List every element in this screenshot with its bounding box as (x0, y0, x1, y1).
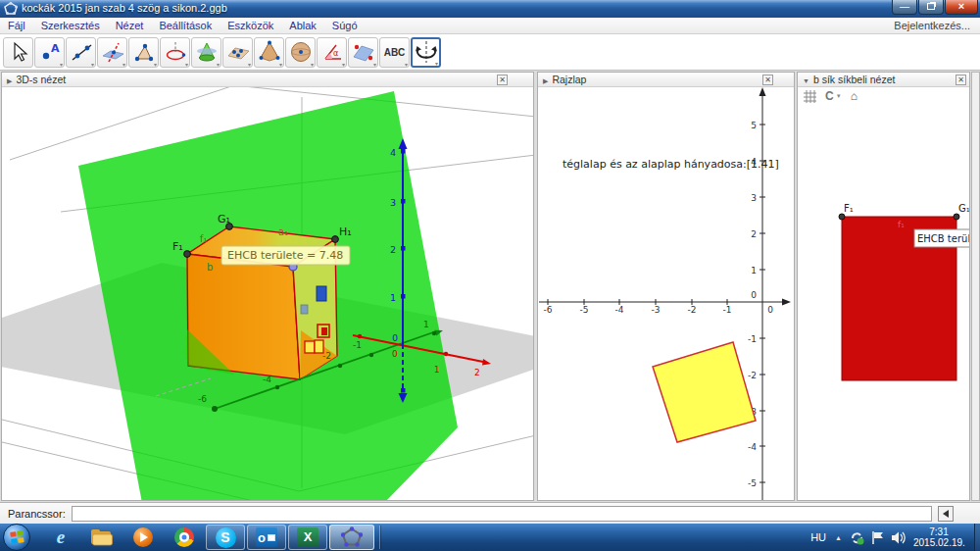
tool-point[interactable]: A ▾ (34, 37, 65, 68)
taskbar-excel[interactable]: X (288, 525, 327, 550)
x-axis-arrow (782, 299, 791, 306)
tool-perpendicular-line[interactable]: ▾ (97, 37, 127, 68)
menu-nezet[interactable]: Nézet (108, 18, 152, 34)
menu-fajl[interactable]: Fájl (0, 18, 33, 34)
tool-text[interactable]: ABC ▾ (379, 37, 410, 68)
pyramid-tool-icon (257, 39, 282, 65)
speaker-volume-icon[interactable] (891, 530, 906, 545)
y-tick-m1: -1 (353, 340, 362, 350)
cone-tool-icon (194, 39, 220, 65)
label-F1-2d: F₁ (844, 203, 854, 214)
windows-flag-icon (10, 530, 24, 545)
tool-circle[interactable]: ▾ (160, 37, 190, 68)
show-desktop-button[interactable] (974, 524, 980, 551)
tool-angle[interactable]: α ▾ (317, 37, 347, 68)
panel-graphics-close-icon[interactable]: ✕ (762, 75, 773, 85)
taskbar-media-player[interactable] (123, 525, 163, 550)
menu-sugo[interactable]: Súgó (324, 18, 366, 34)
home-standard-view-icon[interactable]: ⌂ (851, 89, 858, 103)
svg-text:-3: -3 (652, 305, 661, 315)
angle-tool-icon: α (319, 39, 345, 65)
tool-line[interactable]: ▾ (66, 37, 96, 68)
tool-rotate-3d-view[interactable]: ▾ (411, 37, 441, 68)
panel-plane-b-dropdown-icon[interactable]: ▼ (803, 75, 809, 88)
windows-taskbar: e S o X (0, 524, 980, 551)
window-controls: — × (891, 0, 978, 15)
skype-icon: S (216, 527, 236, 548)
menu-eszkozok[interactable]: Eszközök (220, 18, 281, 34)
taskbar-internet-explorer[interactable]: e (41, 525, 80, 550)
perpendicular-line-icon (100, 39, 125, 65)
tray-date: 2015.02.19. (913, 537, 964, 548)
plane-b-stylebar: C ▼ ⌂ (798, 87, 969, 105)
svg-text:-5: -5 (748, 478, 757, 488)
taskbar-chrome[interactable] (165, 525, 204, 550)
language-indicator[interactable]: HU (810, 531, 826, 543)
menu-ablak[interactable]: Ablak (281, 18, 324, 34)
tool-reflect-plane[interactable]: ▾ (348, 37, 378, 68)
tool-plane[interactable]: ▾ (222, 37, 253, 68)
panel-plane-b-close-icon[interactable]: ✕ (956, 75, 966, 85)
y-axis-tick-labels: 5 4 3 2 1 0 -1 -2 -3 -4 -5 (748, 121, 757, 488)
panel-3d-view: ▶3D-s nézet ✕ (1, 72, 534, 501)
plane-b-scene: f₁ F₁ G₁ EHCB területe (798, 105, 969, 500)
grid-toggle-icon[interactable] (804, 90, 816, 103)
x-tick-2: 2 (474, 368, 480, 377)
svg-text:1: 1 (751, 266, 757, 276)
svg-text:A: A (51, 42, 60, 55)
taskbar-skype[interactable]: S (206, 525, 245, 550)
tool-polygon[interactable]: ▾ (128, 37, 159, 68)
y-axis-arrow (760, 87, 766, 96)
taskbar-windows-explorer[interactable] (82, 525, 122, 550)
tool-sphere[interactable]: ▾ (285, 37, 316, 68)
panel-graphics-header[interactable]: ▶Rajzlap ✕ (538, 73, 794, 87)
command-input[interactable] (72, 506, 932, 522)
tool-pyramid[interactable]: ▾ (254, 37, 284, 68)
point-F1-2d[interactable] (839, 214, 845, 220)
svg-text:-4: -4 (615, 305, 624, 315)
geogebra-window: kockák 2015 jan szab 4 szög a sikon.2.gg… (0, 0, 980, 551)
taskbar-clock[interactable]: 7:31 2015.02.19. (913, 526, 964, 548)
svg-text:2: 2 (751, 229, 757, 239)
ratio-annotation[interactable]: téglalap és az alaplap hányadosa:[1.41] (563, 158, 779, 171)
area-tooltip-2d: EHCB területe (914, 229, 969, 247)
restore-icon (927, 3, 935, 10)
point-capturing-dropdown[interactable]: C ▼ (825, 89, 842, 103)
restore-button[interactable] (918, 0, 944, 15)
geogebra-logo-icon (4, 2, 18, 16)
svg-text:-4: -4 (748, 442, 757, 452)
svg-text:α: α (333, 49, 338, 58)
folder-icon (90, 527, 114, 547)
title-bar: kockák 2015 jan szab 4 szög a sikon.2.gg… (0, 0, 980, 18)
label-F1: F₁ (172, 240, 183, 253)
panel-graphics-collapse-icon[interactable]: ▶ (543, 75, 548, 88)
label-b: b (207, 262, 213, 273)
point-G1-2d[interactable] (954, 214, 959, 220)
start-button[interactable] (3, 524, 30, 551)
menu-szerkesztes[interactable]: Szerkesztés (33, 18, 108, 34)
update-sync-tray-icon[interactable] (850, 530, 864, 545)
panel-3d-canvas[interactable]: 1 -1 -2 -4 -6 1 2 0 (2, 87, 533, 500)
panel-3d-header[interactable]: ▶3D-s nézet ✕ (2, 73, 533, 87)
system-tray: HU ▲ 7:31 2015.02.19. (810, 524, 972, 551)
action-center-flag-icon[interactable] (871, 530, 884, 545)
taskbar-outlook[interactable]: o (247, 525, 286, 550)
svg-text:3: 3 (751, 193, 757, 203)
panel-plane-b-header[interactable]: ▼b sík síkbeli nézet ✕ (798, 73, 969, 87)
panel-3d-close-icon[interactable]: ✕ (497, 75, 508, 85)
collapsed-panel-strip[interactable] (971, 72, 980, 501)
sign-in-link[interactable]: Bejelentkezés... (894, 20, 980, 31)
menu-beallitasok[interactable]: Beállítások (151, 18, 220, 34)
tool-cone[interactable]: ▾ (191, 37, 221, 68)
panel-graphics-canvas[interactable]: -6 -5 -4 -3 -2 -1 0 5 4 3 2 1 0 -1 -2 (538, 87, 794, 500)
taskbar-geogebra[interactable] (329, 525, 374, 550)
z-tick-3: 3 (390, 197, 396, 208)
y-tick-m4: -4 (263, 375, 271, 384)
hidden-icons-caret-icon[interactable]: ▲ (835, 534, 842, 541)
yellow-square[interactable] (653, 342, 756, 442)
tool-move[interactable] (3, 37, 33, 68)
input-help-toggle-button[interactable] (938, 506, 954, 522)
minimize-button[interactable]: — (892, 0, 917, 15)
close-button[interactable]: × (945, 0, 978, 15)
panel-3d-collapse-icon[interactable]: ▶ (7, 75, 12, 88)
